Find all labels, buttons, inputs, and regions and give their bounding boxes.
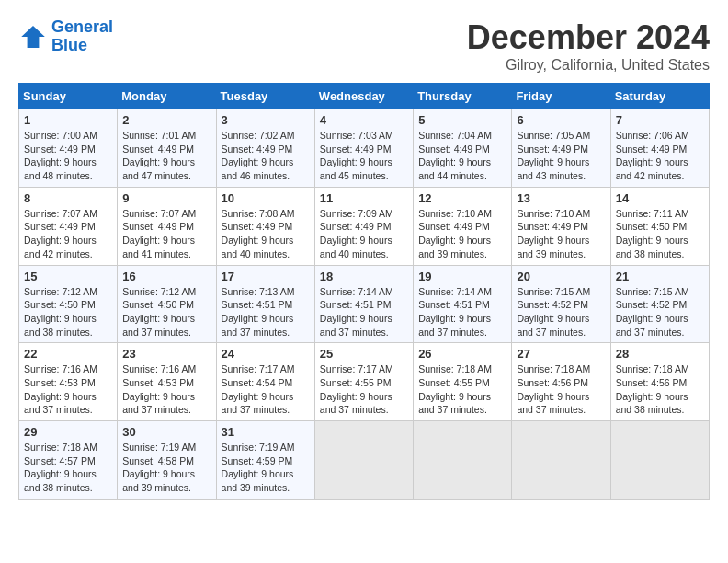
- calendar-table: SundayMondayTuesdayWednesdayThursdayFrid…: [18, 83, 710, 500]
- day-number: 2: [122, 113, 210, 127]
- calendar-day-cell: 11 Sunrise: 7:09 AM Sunset: 4:49 PM Dayl…: [314, 187, 413, 265]
- calendar-day-cell: 8 Sunrise: 7:07 AM Sunset: 4:49 PM Dayli…: [19, 187, 118, 265]
- day-info: Sunrise: 7:09 AM Sunset: 4:49 PM Dayligh…: [320, 207, 408, 261]
- logo-icon: [18, 22, 48, 52]
- weekday-header: Saturday: [610, 84, 709, 109]
- calendar-day-cell: [610, 421, 709, 500]
- calendar-week-row: 15 Sunrise: 7:12 AM Sunset: 4:50 PM Dayl…: [19, 265, 710, 343]
- calendar-week-row: 1 Sunrise: 7:00 AM Sunset: 4:49 PM Dayli…: [19, 109, 710, 188]
- day-info: Sunrise: 7:03 AM Sunset: 4:49 PM Dayligh…: [320, 129, 408, 183]
- day-info: Sunrise: 7:04 AM Sunset: 4:49 PM Dayligh…: [418, 129, 506, 183]
- day-info: Sunrise: 7:13 AM Sunset: 4:51 PM Dayligh…: [222, 285, 310, 339]
- day-info: Sunrise: 7:07 AM Sunset: 4:49 PM Dayligh…: [24, 207, 112, 261]
- calendar-day-cell: 29 Sunrise: 7:18 AM Sunset: 4:57 PM Dayl…: [19, 421, 118, 500]
- day-number: 8: [24, 191, 112, 205]
- day-info: Sunrise: 7:08 AM Sunset: 4:49 PM Dayligh…: [222, 207, 310, 261]
- title-block: December 2024 Gilroy, California, United…: [467, 18, 710, 74]
- day-info: Sunrise: 7:17 AM Sunset: 4:54 PM Dayligh…: [222, 362, 310, 417]
- main-title: December 2024: [467, 18, 710, 57]
- day-number: 13: [517, 191, 605, 205]
- day-number: 27: [517, 347, 605, 361]
- day-number: 23: [122, 347, 210, 361]
- calendar-day-cell: 24 Sunrise: 7:17 AM Sunset: 4:54 PM Dayl…: [216, 343, 314, 421]
- calendar-day-cell: 28 Sunrise: 7:18 AM Sunset: 4:56 PM Dayl…: [610, 343, 709, 421]
- calendar-day-cell: 5 Sunrise: 7:04 AM Sunset: 4:49 PM Dayli…: [414, 109, 512, 188]
- day-info: Sunrise: 7:15 AM Sunset: 4:52 PM Dayligh…: [517, 285, 605, 339]
- day-number: 14: [616, 191, 704, 205]
- calendar-day-cell: [414, 421, 512, 500]
- calendar-day-cell: 26 Sunrise: 7:18 AM Sunset: 4:55 PM Dayl…: [414, 343, 512, 421]
- day-info: Sunrise: 7:10 AM Sunset: 4:49 PM Dayligh…: [517, 207, 605, 261]
- weekday-header: Sunday: [19, 84, 118, 109]
- day-info: Sunrise: 7:18 AM Sunset: 4:56 PM Dayligh…: [517, 362, 605, 417]
- calendar-day-cell: 31 Sunrise: 7:19 AM Sunset: 4:59 PM Dayl…: [216, 421, 314, 500]
- weekday-header: Tuesday: [216, 84, 314, 109]
- day-number: 28: [616, 347, 704, 361]
- day-info: Sunrise: 7:02 AM Sunset: 4:49 PM Dayligh…: [222, 129, 310, 183]
- calendar-day-cell: 25 Sunrise: 7:17 AM Sunset: 4:55 PM Dayl…: [314, 343, 413, 421]
- logo-name-part1: General: [51, 17, 113, 36]
- day-number: 7: [616, 113, 704, 127]
- day-info: Sunrise: 7:10 AM Sunset: 4:49 PM Dayligh…: [418, 207, 506, 261]
- day-number: 19: [418, 270, 506, 283]
- calendar-day-cell: 20 Sunrise: 7:15 AM Sunset: 4:52 PM Dayl…: [512, 265, 610, 343]
- weekday-header: Wednesday: [314, 84, 413, 109]
- calendar-day-cell: 4 Sunrise: 7:03 AM Sunset: 4:49 PM Dayli…: [314, 109, 413, 188]
- calendar-day-cell: 1 Sunrise: 7:00 AM Sunset: 4:49 PM Dayli…: [19, 109, 118, 188]
- logo-name-part2: Blue: [51, 36, 87, 54]
- day-number: 11: [320, 191, 408, 205]
- sub-title: Gilroy, California, United States: [467, 57, 710, 74]
- calendar-day-cell: 16 Sunrise: 7:12 AM Sunset: 4:50 PM Dayl…: [118, 265, 216, 343]
- calendar-day-cell: [512, 421, 610, 500]
- calendar-day-cell: 3 Sunrise: 7:02 AM Sunset: 4:49 PM Dayli…: [216, 109, 314, 188]
- calendar-day-cell: 21 Sunrise: 7:15 AM Sunset: 4:52 PM Dayl…: [610, 265, 709, 343]
- day-number: 3: [222, 113, 310, 127]
- calendar-day-cell: 13 Sunrise: 7:10 AM Sunset: 4:49 PM Dayl…: [512, 187, 610, 265]
- weekday-header: Thursday: [414, 84, 512, 109]
- day-number: 9: [122, 191, 210, 205]
- day-number: 20: [517, 270, 605, 283]
- calendar-day-cell: 15 Sunrise: 7:12 AM Sunset: 4:50 PM Dayl…: [19, 265, 118, 343]
- day-info: Sunrise: 7:00 AM Sunset: 4:49 PM Dayligh…: [24, 129, 112, 183]
- page-header: General Blue December 2024 Gilroy, Calif…: [18, 18, 710, 74]
- calendar-day-cell: 6 Sunrise: 7:05 AM Sunset: 4:49 PM Dayli…: [512, 109, 610, 188]
- calendar-day-cell: 14 Sunrise: 7:11 AM Sunset: 4:50 PM Dayl…: [610, 187, 709, 265]
- day-info: Sunrise: 7:06 AM Sunset: 4:49 PM Dayligh…: [616, 129, 704, 183]
- day-info: Sunrise: 7:12 AM Sunset: 4:50 PM Dayligh…: [24, 285, 112, 339]
- day-number: 1: [24, 113, 112, 127]
- day-number: 10: [222, 191, 310, 205]
- calendar-week-row: 8 Sunrise: 7:07 AM Sunset: 4:49 PM Dayli…: [19, 187, 710, 265]
- calendar-day-cell: 30 Sunrise: 7:19 AM Sunset: 4:58 PM Dayl…: [118, 421, 216, 500]
- day-number: 17: [222, 270, 310, 283]
- day-number: 30: [122, 425, 210, 439]
- calendar-day-cell: 7 Sunrise: 7:06 AM Sunset: 4:49 PM Dayli…: [610, 109, 709, 188]
- calendar-day-cell: 9 Sunrise: 7:07 AM Sunset: 4:49 PM Dayli…: [118, 187, 216, 265]
- day-number: 21: [616, 270, 704, 283]
- calendar-week-row: 22 Sunrise: 7:16 AM Sunset: 4:53 PM Dayl…: [19, 343, 710, 421]
- day-info: Sunrise: 7:16 AM Sunset: 4:53 PM Dayligh…: [122, 362, 210, 417]
- calendar-day-cell: [314, 421, 413, 500]
- day-number: 24: [222, 347, 310, 361]
- calendar-day-cell: 17 Sunrise: 7:13 AM Sunset: 4:51 PM Dayl…: [216, 265, 314, 343]
- calendar-day-cell: 2 Sunrise: 7:01 AM Sunset: 4:49 PM Dayli…: [118, 109, 216, 188]
- day-number: 15: [24, 270, 112, 283]
- weekday-header: Friday: [512, 84, 610, 109]
- day-number: 5: [418, 113, 506, 127]
- calendar-day-cell: 10 Sunrise: 7:08 AM Sunset: 4:49 PM Dayl…: [216, 187, 314, 265]
- calendar-day-cell: 27 Sunrise: 7:18 AM Sunset: 4:56 PM Dayl…: [512, 343, 610, 421]
- calendar-week-row: 29 Sunrise: 7:18 AM Sunset: 4:57 PM Dayl…: [19, 421, 710, 500]
- day-info: Sunrise: 7:05 AM Sunset: 4:49 PM Dayligh…: [517, 129, 605, 183]
- day-info: Sunrise: 7:17 AM Sunset: 4:55 PM Dayligh…: [320, 362, 408, 417]
- day-number: 29: [24, 425, 112, 439]
- calendar-day-cell: 19 Sunrise: 7:14 AM Sunset: 4:51 PM Dayl…: [414, 265, 512, 343]
- day-info: Sunrise: 7:01 AM Sunset: 4:49 PM Dayligh…: [122, 129, 210, 183]
- calendar-header-row: SundayMondayTuesdayWednesdayThursdayFrid…: [19, 84, 710, 109]
- logo-text: General Blue: [51, 18, 113, 55]
- day-info: Sunrise: 7:12 AM Sunset: 4:50 PM Dayligh…: [122, 285, 210, 339]
- day-info: Sunrise: 7:11 AM Sunset: 4:50 PM Dayligh…: [616, 207, 704, 261]
- day-info: Sunrise: 7:16 AM Sunset: 4:53 PM Dayligh…: [24, 362, 112, 417]
- day-info: Sunrise: 7:19 AM Sunset: 4:58 PM Dayligh…: [122, 441, 210, 495]
- calendar-day-cell: 12 Sunrise: 7:10 AM Sunset: 4:49 PM Dayl…: [414, 187, 512, 265]
- calendar-day-cell: 22 Sunrise: 7:16 AM Sunset: 4:53 PM Dayl…: [19, 343, 118, 421]
- day-info: Sunrise: 7:14 AM Sunset: 4:51 PM Dayligh…: [418, 285, 506, 339]
